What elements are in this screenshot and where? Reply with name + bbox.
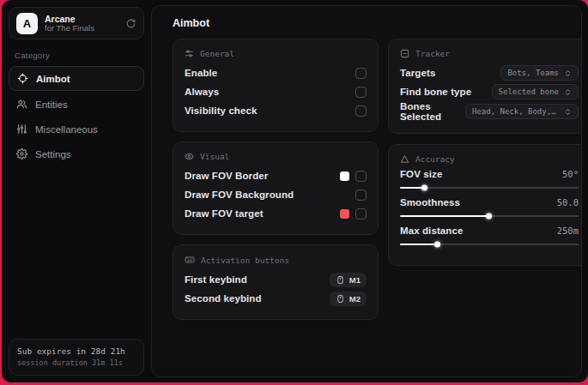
gear-icon — [16, 148, 27, 159]
sync-icon[interactable] — [125, 18, 136, 29]
sidebar-item-label: Settings — [35, 149, 71, 159]
card-title: General — [200, 49, 234, 58]
setting-row-fov-border: Draw FOV Border — [185, 166, 367, 185]
card-general: General Enable Always Visibility check — [173, 39, 379, 132]
session-duration-text: session duration 31m 11s — [17, 358, 136, 369]
fov-target-checkbox[interactable] — [355, 208, 367, 220]
slider-knob[interactable] — [486, 214, 492, 220]
sidebar-item-miscellaneous[interactable]: Miscellaneous — [9, 117, 144, 141]
mouse-icon — [336, 275, 345, 285]
max-distance-value: 250m — [557, 226, 579, 236]
first-keybind-button[interactable]: M1 — [330, 273, 367, 287]
general-sliders-icon — [185, 49, 194, 58]
setting-row-fov-target: Draw FOV target — [185, 204, 367, 223]
sidebar-item-aimbot[interactable]: Aimbot — [9, 66, 144, 91]
sidebar-item-label: Aimbot — [36, 74, 70, 84]
find-bone-type-dropdown[interactable]: Selected bone — [492, 84, 579, 99]
fov-target-color-swatch[interactable] — [340, 209, 349, 219]
unfold-icon — [564, 108, 572, 116]
setting-row-enable: Enable — [185, 63, 367, 82]
setting-row-visibility-check: Visibility check — [185, 101, 367, 120]
card-visual: Visual Draw FOV Border Draw FOV Backgrou… — [173, 141, 379, 235]
sidebar-item-settings[interactable]: Settings — [9, 142, 144, 165]
max-distance-slider[interactable] — [400, 244, 579, 245]
brand-card: A Arcane for The Finals — [9, 7, 144, 39]
fov-size-slider[interactable] — [400, 187, 579, 189]
crosshair-icon — [17, 73, 28, 84]
slider-knob[interactable] — [434, 242, 440, 248]
triangle-icon — [400, 154, 409, 164]
fov-border-color-swatch[interactable] — [340, 171, 349, 181]
smoothness-value: 50.0 — [557, 197, 579, 208]
users-icon — [16, 99, 27, 110]
app-logo: A — [16, 13, 38, 34]
sliders-icon — [16, 123, 27, 135]
eye-icon — [185, 152, 194, 161]
scan-box-icon — [400, 49, 409, 58]
bones-selected-dropdown[interactable]: Head, Neck, Body, Pe... — [465, 104, 579, 119]
card-title: Accuracy — [415, 154, 455, 164]
card-accuracy: Accuracy FOV size 50° — [388, 144, 582, 266]
unfold-icon — [564, 88, 572, 96]
fov-background-checkbox[interactable] — [355, 189, 367, 201]
unfold-icon — [564, 69, 572, 77]
category-label: Category — [15, 51, 144, 60]
card-activation-buttons: Activation buttons First keybind M1 — [173, 244, 379, 320]
slider-row-max-distance: Max distance 250m — [400, 226, 579, 245]
app-name: Arcane — [45, 14, 118, 24]
app-subtitle: for The Finals — [45, 24, 118, 33]
sidebar-item-entities[interactable]: Entities — [9, 93, 144, 116]
sidebar-item-label: Miscellaneous — [35, 124, 98, 135]
visibility-check-checkbox[interactable] — [355, 105, 367, 117]
setting-row-first-keybind: First keybind M1 — [185, 270, 367, 289]
mouse-icon — [336, 294, 345, 304]
card-title: Activation buttons — [201, 256, 289, 265]
keyboard-icon — [185, 255, 195, 265]
fov-border-checkbox[interactable] — [355, 171, 367, 182]
slider-row-fov-size: FOV size 50° — [400, 169, 579, 189]
sidebar-item-label: Entities — [35, 99, 68, 110]
setting-row-targets: Targets Bots, Teams — [400, 63, 579, 82]
slider-row-smoothness: Smoothness 50.0 — [400, 197, 579, 217]
setting-row-fov-background: Draw FOV Background — [185, 185, 367, 204]
smoothness-slider[interactable] — [400, 215, 579, 217]
main-panel: Aimbot General Enable — [151, 5, 582, 377]
sidebar: A Arcane for The Finals Category Aimbot — [2, 0, 151, 382]
card-tracker: Tracker Targets Bots, Teams — [388, 39, 582, 134]
card-title: Visual — [200, 152, 229, 161]
page-title: Aimbot — [173, 17, 571, 29]
sub-expires-text: Sub expires in 28d 21h — [17, 346, 136, 358]
setting-row-find-bone-type: Find bone type Selected bone — [400, 82, 579, 101]
fov-size-value: 50° — [562, 169, 579, 179]
setting-row-second-keybind: Second keybind M2 — [185, 289, 367, 308]
slider-knob[interactable] — [421, 185, 427, 191]
setting-row-always: Always — [185, 82, 367, 101]
second-keybind-button[interactable]: M2 — [330, 292, 367, 306]
card-title: Tracker — [415, 49, 450, 58]
always-checkbox[interactable] — [355, 87, 367, 98]
setting-row-bones-selected: Bones Selected Head, Neck, Body, Pe... — [400, 101, 579, 122]
targets-dropdown[interactable]: Bots, Teams — [500, 65, 579, 81]
enable-checkbox[interactable] — [355, 68, 367, 79]
app-window: A Arcane for The Finals Category Aimbot — [2, 0, 588, 382]
subscription-info: Sub expires in 28d 21h session duration … — [9, 339, 144, 376]
